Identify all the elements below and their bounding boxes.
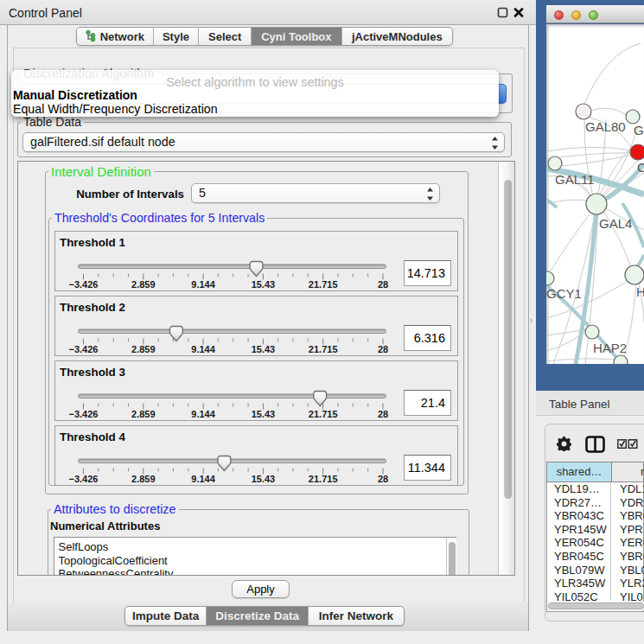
svg-text:15.43: 15.43: [252, 409, 276, 419]
svg-text:9.144: 9.144: [191, 279, 215, 290]
svg-text:−3.426: −3.426: [69, 344, 99, 354]
svg-text:28: 28: [378, 409, 388, 419]
svg-text:HAP2: HAP2: [593, 341, 627, 355]
svg-text:GAL4: GAL4: [599, 216, 632, 231]
svg-text:28: 28: [378, 279, 388, 290]
svg-text:28: 28: [378, 344, 388, 354]
svg-text:−3.426: −3.426: [69, 409, 99, 419]
svg-text:9.144: 9.144: [191, 409, 215, 419]
svg-text:2.859: 2.859: [131, 409, 156, 419]
svg-text:G: G: [634, 123, 644, 137]
svg-text:15.43: 15.43: [252, 279, 276, 290]
svg-text:2.859: 2.859: [131, 279, 156, 290]
svg-text:H: H: [636, 284, 644, 299]
svg-text:GCY1: GCY1: [546, 286, 582, 301]
svg-text:21.715: 21.715: [309, 279, 338, 290]
svg-text:C: C: [637, 160, 644, 175]
svg-text:2.859: 2.859: [131, 344, 156, 354]
svg-text:21.715: 21.715: [309, 409, 338, 419]
svg-text:21.715: 21.715: [309, 344, 338, 354]
svg-text:9.144: 9.144: [191, 474, 215, 484]
svg-text:15.43: 15.43: [252, 344, 276, 354]
svg-text:−3.426: −3.426: [69, 474, 99, 484]
svg-text:−3.426: −3.426: [69, 279, 99, 290]
svg-text:15.43: 15.43: [252, 474, 276, 484]
svg-text:2.859: 2.859: [131, 474, 156, 484]
svg-text:28: 28: [378, 474, 388, 484]
svg-text:9.144: 9.144: [191, 344, 215, 354]
svg-text:21.715: 21.715: [309, 474, 338, 484]
svg-text:GAL80: GAL80: [585, 119, 626, 134]
svg-text:GAL11: GAL11: [555, 172, 595, 187]
